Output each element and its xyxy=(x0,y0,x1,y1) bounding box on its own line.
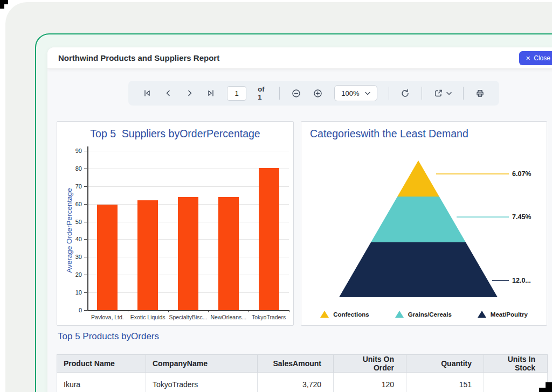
bar-1[interactable] xyxy=(137,200,158,310)
table-header-cell[interactable]: Quantity xyxy=(406,355,484,373)
legend-item-2[interactable]: Meat/Poultry xyxy=(478,311,528,318)
x-category-label: SpecialtyBisc... xyxy=(169,314,207,320)
products-section-title: Top 5 Products byOrders xyxy=(58,331,159,342)
table-header-row: Product NameCompanyNameSalesAmountUnits … xyxy=(57,355,548,373)
x-category-label: TokyoTraders xyxy=(252,314,286,320)
chevron-down-icon xyxy=(365,92,370,95)
toolbar-divider xyxy=(422,87,422,100)
y-tick-mark xyxy=(84,204,87,205)
pyramid-chart-card: Categorieswith the Least Demand 6.07%7.4… xyxy=(301,121,547,326)
bar-4[interactable] xyxy=(259,168,279,310)
segment-value-label: 12.0... xyxy=(512,277,531,284)
report-title: Northwind Products and Suppliers Report xyxy=(58,47,219,69)
legend-triangle-icon xyxy=(320,311,329,318)
print-button[interactable] xyxy=(475,87,485,99)
segment-value-label: 6.07% xyxy=(512,170,531,178)
zoom-level-select[interactable]: 100% xyxy=(334,85,377,101)
screen: Northwind Products and Suppliers Report … xyxy=(0,0,552,392)
y-tick-mark xyxy=(84,275,87,275)
y-tick-label: 10 xyxy=(67,289,82,296)
previous-page-button[interactable] xyxy=(163,87,173,99)
y-tick-mark xyxy=(84,257,87,257)
close-preview-button[interactable]: ✕ Close Preview xyxy=(519,51,552,65)
close-button-label: Close Preview xyxy=(534,54,552,62)
y-tick-mark xyxy=(84,151,87,151)
last-page-button[interactable] xyxy=(206,87,216,99)
y-tick-mark xyxy=(84,169,87,169)
table-header-cell[interactable]: Units On Order xyxy=(334,355,406,373)
x-category-label: NewOrleans... xyxy=(211,314,247,320)
legend-label: Grains/Cereals xyxy=(408,311,452,318)
table-cell: 120 xyxy=(334,373,406,392)
bar-0[interactable] xyxy=(97,205,118,310)
legend-label: Meat/Poultry xyxy=(491,311,528,318)
close-icon: ✕ xyxy=(526,55,530,62)
x-tick-mark xyxy=(289,310,289,312)
y-tick-mark xyxy=(84,186,87,187)
table-header-cell[interactable]: SalesAmount xyxy=(258,355,334,373)
last-page-icon xyxy=(206,88,216,98)
zoom-level-value: 100% xyxy=(341,89,359,97)
cursor-artifact xyxy=(539,388,552,392)
bar-chart-card: Top 5 Suppliers byOrderPercentage Averag… xyxy=(57,121,294,326)
first-page-icon xyxy=(142,88,152,98)
pyramid-segment-2[interactable] xyxy=(339,242,498,297)
legend-item-0[interactable]: Confections xyxy=(320,311,369,318)
pyramid-segment-1[interactable] xyxy=(371,197,466,242)
toolbar-divider xyxy=(279,87,280,100)
next-page-button[interactable] xyxy=(185,87,195,99)
chevron-down-icon xyxy=(446,92,452,95)
report-header: Northwind Products and Suppliers Report … xyxy=(47,47,552,69)
y-tick-label: 20 xyxy=(67,271,82,278)
pyramid-segment-0[interactable] xyxy=(397,160,439,197)
legend-triangle-icon xyxy=(395,311,404,318)
y-axis-line xyxy=(87,146,88,310)
table-cell: 151 xyxy=(406,373,484,392)
refresh-button[interactable] xyxy=(400,87,410,99)
zoom-out-button[interactable] xyxy=(291,87,301,99)
y-tick-mark xyxy=(84,292,87,293)
first-page-button[interactable] xyxy=(142,87,152,99)
cursor-artifact xyxy=(0,4,4,9)
bar-2[interactable] xyxy=(178,197,198,310)
table-header-cell[interactable]: Product Name xyxy=(57,355,146,373)
y-tick-label: 0 xyxy=(67,307,82,313)
legend-item-1[interactable]: Grains/Cereals xyxy=(395,311,452,318)
y-tick-label: 40 xyxy=(67,236,82,242)
table-row[interactable]: IkuraTokyoTraders3,720120151 xyxy=(57,373,548,392)
segment-value-label: 7.45% xyxy=(512,213,531,221)
y-tick-mark xyxy=(84,222,87,222)
previous-page-icon xyxy=(163,88,173,98)
print-icon xyxy=(475,88,485,99)
x-axis-line xyxy=(87,310,289,311)
export-icon xyxy=(433,88,444,99)
x-category-label: Pavlova, Ltd. xyxy=(91,314,124,320)
legend-triangle-icon xyxy=(478,311,486,318)
legend-label: Confections xyxy=(333,311,369,318)
zoom-in-button[interactable] xyxy=(313,87,323,99)
y-tick-label: 90 xyxy=(67,148,82,154)
y-tick-label: 60 xyxy=(67,201,82,207)
table-header-cell[interactable]: CompanyName xyxy=(146,355,258,373)
bar-3[interactable] xyxy=(218,197,239,310)
table-cell: TokyoTraders xyxy=(146,373,258,392)
page-number-input[interactable] xyxy=(227,86,246,101)
toolbar-divider xyxy=(463,87,464,100)
bar-chart-plot: 0102030405060708090Pavlova, Ltd.Exotic L… xyxy=(57,122,293,325)
next-page-icon xyxy=(185,88,195,98)
table-header-cell[interactable]: Units In Stock xyxy=(484,355,548,373)
export-menu-button[interactable] xyxy=(433,88,452,99)
y-tick-label: 80 xyxy=(67,165,82,172)
products-table: Product NameCompanyNameSalesAmountUnits … xyxy=(57,354,548,392)
zoom-in-icon xyxy=(313,88,323,99)
pyramid-chart: 6.07%7.45%12.0... xyxy=(301,122,548,305)
page-total-label: of 1 xyxy=(258,85,268,101)
y-tick-label: 70 xyxy=(67,183,82,190)
gridline xyxy=(87,151,289,151)
table-body: IkuraTokyoTraders3,720120151 xyxy=(57,373,548,392)
y-tick-label: 50 xyxy=(67,219,82,225)
table-cell xyxy=(484,373,548,392)
cursor-artifact xyxy=(0,0,8,4)
y-tick-mark xyxy=(84,310,87,311)
report-toolbar: of 1 100% xyxy=(128,81,499,106)
